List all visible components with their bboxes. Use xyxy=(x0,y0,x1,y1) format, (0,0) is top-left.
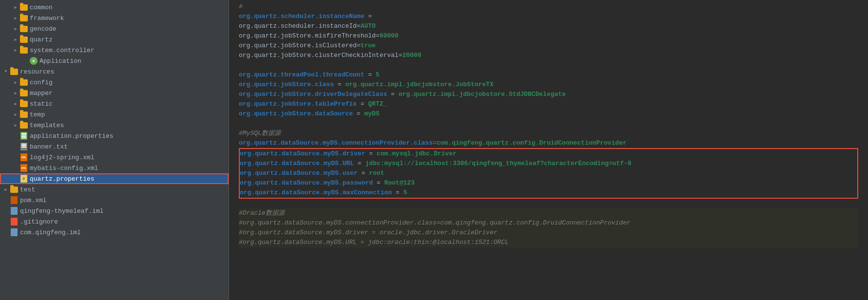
tree-item-label: log4j2-spring.xml xyxy=(30,154,95,161)
tree-item-label: templates xyxy=(30,122,64,129)
tree-arrow xyxy=(2,187,10,192)
tree-item-com.qingfeng.iml[interactable]: com.qingfeng.iml xyxy=(0,227,229,238)
tree-item-label: mapper xyxy=(30,90,53,97)
tree-item-mapper[interactable]: mapper xyxy=(0,88,229,98)
folder-icon xyxy=(19,100,28,108)
code-line-7 xyxy=(239,60,858,70)
tree-arrow xyxy=(12,80,19,85)
folder-icon xyxy=(10,68,19,75)
folder-icon xyxy=(10,186,19,193)
code-line-9: org.quartz.jobStore.class = org.quartz.i… xyxy=(239,80,858,90)
tree-item-label: gencode xyxy=(30,25,57,33)
tree-item-config[interactable]: config xyxy=(0,77,229,88)
tree-item-label: mybatis-config.xml xyxy=(30,165,98,172)
tree-item-log4j2-spring.xml[interactable]: XMLlog4j2-spring.xml xyxy=(0,152,229,163)
tree-item-banner.txt[interactable]: banner.txt xyxy=(0,141,229,152)
tree-item-pom.xml[interactable]: pom.xml xyxy=(0,195,229,206)
tree-item-resources[interactable]: resources xyxy=(0,66,229,77)
tree-item-application.properties[interactable]: application.properties xyxy=(0,131,229,141)
tree-item-static[interactable]: static xyxy=(0,98,229,109)
tree-item-label: .gitignore xyxy=(20,218,58,225)
code-line-16: org.quartz.dataSource.myDS.driver = com.… xyxy=(240,149,857,159)
tree-item-label: pom.xml xyxy=(20,197,47,204)
highlighted-region: org.quartz.dataSource.myDS.driver = com.… xyxy=(239,148,858,199)
tree-item-label: test xyxy=(20,186,35,193)
tree-item-label: framework xyxy=(30,15,64,22)
folder-icon xyxy=(19,46,28,54)
code-line-12: org.quartz.jobStore.dataSource = myDS xyxy=(239,109,858,119)
tree-item-common[interactable]: common xyxy=(0,2,229,13)
tree-arrow xyxy=(12,26,19,32)
tree-item-templates[interactable]: templates xyxy=(0,120,229,131)
tree-item-label: application.properties xyxy=(30,132,114,140)
code-content: #org.quartz.scheduler.instanceName =org.… xyxy=(229,0,868,249)
tree-arrow xyxy=(12,112,19,117)
tree-arrow xyxy=(12,16,19,21)
code-line-17: org.quartz.dataSource.myDS.URL = jdbc:my… xyxy=(240,159,857,169)
file-tree: commonframeworkgencodequartzsystem.contr… xyxy=(0,0,229,300)
folder-icon xyxy=(19,78,28,86)
txt-icon xyxy=(19,143,28,150)
tree-item-quartz.properties[interactable]: Pquartz.properties xyxy=(0,173,229,184)
code-line-25: #org.quartz.dataSource.myDS.URL = jdbc:o… xyxy=(239,238,858,247)
tree-item-label: qingfeng-thymeleaf.iml xyxy=(20,207,104,215)
tree-item-label: config xyxy=(30,79,53,86)
tree-item-system.controller[interactable]: system.controller xyxy=(0,45,229,56)
tree-item-label: resources xyxy=(20,68,54,75)
tree-item-mybatis-config.xml[interactable]: XMLmybatis-config.xml xyxy=(0,163,229,173)
tree-item-label: static xyxy=(30,100,53,108)
iml-icon xyxy=(10,207,19,215)
tree-item-gencode[interactable]: gencode xyxy=(0,23,229,34)
code-line-4: org.quartz.jobStore.misfireThreshold=600… xyxy=(239,31,858,41)
tree-item-framework[interactable]: framework xyxy=(0,13,229,23)
code-line-18: org.quartz.dataSource.myDS.user = root xyxy=(240,169,857,178)
folder-icon xyxy=(19,89,28,97)
tree-item-label: com.qingfeng.iml xyxy=(20,229,81,236)
tree-item-temp[interactable]: temp xyxy=(0,109,229,120)
tree-arrow xyxy=(12,37,19,42)
tree-item-label: temp xyxy=(30,111,45,118)
code-line-5: org.quartz.jobStore.isClustered=true xyxy=(239,41,858,51)
xml-icon: XML xyxy=(19,153,28,161)
folder-icon xyxy=(19,36,28,43)
tree-arrow xyxy=(12,5,19,10)
tree-item-qingfeng-thymeleaf.iml[interactable]: qingfeng-thymeleaf.iml xyxy=(0,206,229,216)
code-line-6: org.quartz.jobStore.clusterCheckinInterv… xyxy=(239,51,858,60)
folder-icon xyxy=(19,25,28,33)
tree-item-label: quartz.properties xyxy=(30,175,95,183)
code-line-1: # xyxy=(239,2,858,12)
tree-item-label: system.controller xyxy=(30,47,95,54)
code-line-10: org.quartz.jobStore.driverDelegateClass … xyxy=(239,90,858,99)
tree-arrow xyxy=(2,69,10,74)
git-icon xyxy=(10,218,19,225)
tree-arrow xyxy=(12,123,19,128)
code-line-3: org.quartz.scheduler.instanceId=AUTO xyxy=(239,21,858,31)
properties-icon xyxy=(19,132,28,140)
folder-icon xyxy=(19,3,28,11)
tree-item-test[interactable]: test xyxy=(0,184,229,195)
code-editor: #org.quartz.scheduler.instanceName =org.… xyxy=(229,0,868,300)
code-line-23: #org.quartz.dataSource.myDS.connectionPr… xyxy=(239,218,858,228)
folder-icon xyxy=(19,121,28,129)
code-line-22: #Oracle数据源 xyxy=(239,208,858,218)
folder-icon xyxy=(19,14,28,22)
code-line-24: #org.quartz.dataSource.myDS.driver = ora… xyxy=(239,228,858,238)
code-line-20: org.quartz.dataSource.myDS.maxConnection… xyxy=(240,188,857,198)
quartz-prop-icon: P xyxy=(19,175,28,183)
tree-item-Application[interactable]: ☘Application xyxy=(0,56,229,66)
code-line-8: org.quartz.threadPool.threadCount = 5 xyxy=(239,70,858,80)
iml-icon xyxy=(10,228,19,236)
tree-item-label: common xyxy=(30,4,53,11)
tree-arrow xyxy=(12,91,19,96)
tree-item-label: quartz xyxy=(30,36,53,43)
tree-item-label: Application xyxy=(39,57,81,65)
tree-item-label: banner.txt xyxy=(30,143,68,150)
code-line-21 xyxy=(239,199,858,208)
tree-arrow xyxy=(12,101,19,107)
tree-arrow xyxy=(12,48,19,53)
tree-item-.gitignore[interactable]: .gitignore xyxy=(0,216,229,227)
code-line-11: org.quartz.jobStore.tablePrefix = QRTZ_ xyxy=(239,99,858,109)
spring-icon: ☘ xyxy=(29,57,38,65)
tree-item-quartz[interactable]: quartz xyxy=(0,34,229,45)
code-line-13 xyxy=(239,119,858,129)
